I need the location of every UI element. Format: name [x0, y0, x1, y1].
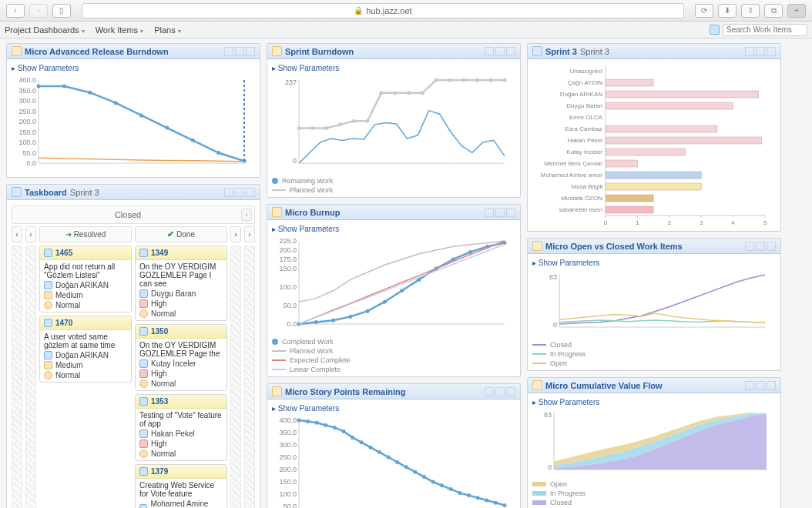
svg-point-38: [475, 79, 479, 82]
download-button[interactable]: ⬇: [718, 4, 737, 18]
panel-menu-icon[interactable]: [506, 387, 515, 396]
work-item-icon: [139, 397, 148, 406]
work-item-icon[interactable]: [710, 25, 720, 35]
scroll-right-button[interactable]: ›: [244, 226, 255, 242]
svg-rect-117: [606, 172, 701, 179]
show-parameters-link[interactable]: ▸ Show Parameters: [272, 62, 339, 74]
panel-menu-icon[interactable]: [246, 47, 255, 56]
svg-rect-101: [606, 79, 653, 86]
svg-point-80: [351, 436, 354, 439]
svg-text:225.0: 225.0: [279, 237, 297, 245]
work-item-card[interactable]: 1465App did not return all "Gözlem Liste…: [39, 246, 132, 312]
svg-point-25: [297, 126, 301, 130]
new-tab-button[interactable]: +: [787, 4, 806, 18]
svg-text:83: 83: [544, 411, 552, 419]
owner-name: Mohamed Amine amor: [150, 500, 223, 508]
reload-button[interactable]: ⟳: [695, 4, 713, 18]
panel-menu-icon[interactable]: [756, 381, 765, 390]
person-icon: [139, 289, 148, 298]
svg-text:250.0: 250.0: [18, 108, 36, 115]
chart-icon: [272, 207, 282, 217]
svg-point-28: [338, 122, 342, 126]
panel-cumulative-flow: Micro Cumulative Value Flow ▸ Show Param…: [527, 377, 781, 508]
work-item-card[interactable]: 1470A user voted same gözlem at same tim…: [39, 316, 132, 383]
scroll-left-button[interactable]: ‹: [12, 226, 22, 242]
panel-menu-icon[interactable]: [485, 387, 494, 396]
panel-menu-icon[interactable]: [495, 208, 505, 217]
svg-point-76: [315, 421, 319, 425]
nav-project-dashboards[interactable]: Project Dashboards ▾: [5, 25, 85, 35]
panel-menu-icon[interactable]: [767, 47, 776, 56]
svg-text:100.0: 100.0: [279, 490, 297, 498]
severity-icon: [139, 439, 148, 448]
panel-menu-icon[interactable]: [485, 47, 494, 56]
svg-point-18: [216, 151, 220, 155]
show-parameters-link[interactable]: ▸ Show Parameters: [272, 223, 339, 235]
svg-text:150.0: 150.0: [279, 478, 297, 486]
panel-menu-icon[interactable]: [246, 188, 255, 197]
work-item-card[interactable]: 1379Creating Web Service for Vote featur…: [135, 464, 227, 508]
forward-button[interactable]: ›: [29, 4, 48, 18]
panel-menu-icon[interactable]: [756, 242, 765, 251]
work-item-card[interactable]: 1350On the OY VERDIGIM GOZLEMLER Page th…: [135, 324, 227, 391]
svg-point-55: [383, 300, 387, 304]
nav-work-items[interactable]: Work Items ▾: [96, 25, 143, 35]
address-bar[interactable]: 🔒hub.jazz.net: [82, 3, 684, 18]
svg-text:sabahettin esen: sabahettin esen: [559, 206, 603, 213]
panel-menu-icon[interactable]: [495, 47, 505, 56]
panel-menu-icon[interactable]: [745, 381, 754, 390]
panel-menu-icon[interactable]: [224, 47, 233, 56]
panel-burnup: Micro Burnup ▸ Show Parameters 0.050.010…: [267, 204, 521, 377]
panel-menu-icon[interactable]: [756, 47, 765, 56]
search-input[interactable]: [723, 24, 807, 36]
svg-point-93: [467, 493, 471, 497]
chart-icon: [272, 386, 282, 396]
panel-menu-icon[interactable]: [506, 47, 515, 56]
panel-menu-icon[interactable]: [495, 387, 505, 396]
svg-text:1: 1: [636, 219, 639, 226]
panel-menu-icon[interactable]: [235, 188, 244, 197]
show-parameters-link[interactable]: ▸ Show Parameters: [12, 62, 79, 74]
svg-text:Doğan ARIKAN: Doğan ARIKAN: [560, 91, 602, 98]
scroll-left-button[interactable]: ‹: [25, 226, 36, 242]
svg-text:350.0: 350.0: [279, 429, 297, 436]
person-icon: [139, 429, 148, 438]
svg-text:Musa Bilgili: Musa Bilgili: [572, 183, 603, 190]
chart-open-closed: 830: [532, 269, 771, 338]
panel-menu-icon[interactable]: [745, 242, 754, 251]
severity-icon: [44, 361, 52, 369]
svg-text:350.0: 350.0: [18, 87, 36, 95]
panel-menu-icon[interactable]: [506, 208, 515, 217]
severity-icon: [139, 369, 148, 378]
show-parameters-link[interactable]: ▸ Show Parameters: [532, 257, 599, 269]
chart-sprint3-people: UnassignedÇağrı AYDINDoğan ARIKANDuygu B…: [532, 62, 771, 228]
back-button[interactable]: ‹: [6, 4, 25, 18]
report-icon: [532, 46, 542, 56]
svg-rect-121: [606, 195, 653, 202]
panel-menu-icon[interactable]: [235, 47, 244, 56]
severity-label: High: [151, 369, 167, 378]
work-item-card[interactable]: 1353Testing of "Vote" feature of appHaka…: [135, 394, 227, 461]
panel-menu-icon[interactable]: [767, 381, 776, 390]
sidebar-toggle[interactable]: ▯: [52, 4, 71, 18]
show-parameters-link[interactable]: ▸ Show Parameters: [272, 403, 339, 414]
scroll-right-button[interactable]: ›: [230, 226, 241, 242]
panel-menu-icon[interactable]: [767, 242, 776, 251]
panel-menu-icon[interactable]: [745, 47, 754, 56]
nav-plans[interactable]: Plans ▾: [154, 25, 181, 35]
report-icon: [12, 187, 22, 197]
svg-text:Kutay İnceler: Kutay İnceler: [566, 149, 602, 155]
panel-menu-icon[interactable]: [224, 188, 233, 197]
svg-point-91: [449, 487, 453, 491]
svg-rect-113: [606, 149, 686, 155]
tabs-button[interactable]: ⧉: [764, 4, 783, 18]
panel-menu-icon[interactable]: [485, 208, 494, 217]
work-item-card[interactable]: 1349On the OY VERDIGIM GOZLEMLER Page I …: [135, 246, 227, 321]
svg-text:150.0: 150.0: [18, 129, 36, 136]
scroll-right-button[interactable]: ›: [241, 209, 252, 221]
panel-subtitle: Sprint 3: [580, 47, 609, 56]
svg-point-88: [422, 475, 426, 479]
svg-text:200.0: 200.0: [279, 466, 297, 473]
show-parameters-link[interactable]: ▸ Show Parameters: [532, 396, 599, 408]
share-button[interactable]: ⇪: [741, 4, 760, 18]
